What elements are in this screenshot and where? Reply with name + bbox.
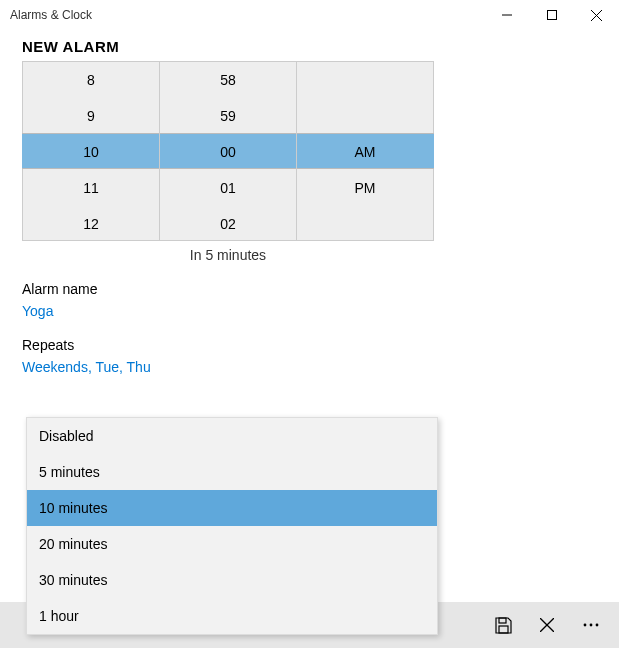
hour-option[interactable]: 8 — [23, 62, 159, 98]
hour-option[interactable]: 11 — [23, 170, 159, 206]
repeats-label: Repeats — [22, 337, 597, 353]
save-button[interactable] — [481, 602, 525, 648]
time-picker[interactable]: 8 9 10 11 12 58 59 00 01 02 — [22, 61, 434, 241]
snooze-option[interactable]: 10 minutes — [27, 490, 437, 526]
time-helper-text: In 5 minutes — [22, 247, 434, 263]
minute-option[interactable]: 00 — [160, 134, 296, 170]
svg-point-8 — [584, 624, 587, 627]
svg-rect-5 — [499, 626, 508, 633]
page-title: NEW ALARM — [22, 38, 597, 55]
ampm-option — [297, 98, 433, 134]
svg-point-9 — [590, 624, 593, 627]
minute-option[interactable]: 02 — [160, 206, 296, 242]
minimize-button[interactable] — [484, 0, 529, 30]
snooze-option[interactable]: 5 minutes — [27, 454, 437, 490]
save-icon — [495, 617, 512, 634]
close-icon — [540, 618, 554, 632]
alarm-name-label: Alarm name — [22, 281, 597, 297]
ampm-picker[interactable]: AM PM — [297, 62, 433, 240]
hour-picker[interactable]: 8 9 10 11 12 — [23, 62, 160, 240]
titlebar: Alarms & Clock — [0, 0, 619, 30]
app-title: Alarms & Clock — [10, 8, 92, 22]
ampm-option — [297, 206, 433, 242]
repeats-value[interactable]: Weekends, Tue, Thu — [22, 359, 597, 375]
main-content: NEW ALARM 8 9 10 11 12 58 59 00 01 02 — [0, 30, 619, 375]
cancel-button[interactable] — [525, 602, 569, 648]
hour-option[interactable]: 10 — [23, 134, 159, 170]
close-window-button[interactable] — [574, 0, 619, 30]
snooze-option[interactable]: 20 minutes — [27, 526, 437, 562]
svg-point-10 — [596, 624, 599, 627]
more-button[interactable] — [569, 602, 613, 648]
svg-rect-4 — [499, 618, 506, 623]
minute-picker[interactable]: 58 59 00 01 02 — [160, 62, 297, 240]
maximize-button[interactable] — [529, 0, 574, 30]
ampm-option[interactable]: AM — [297, 134, 433, 170]
alarm-name-value[interactable]: Yoga — [22, 303, 597, 319]
minute-option[interactable]: 58 — [160, 62, 296, 98]
minute-option[interactable]: 01 — [160, 170, 296, 206]
snooze-option[interactable]: 1 hour — [27, 598, 437, 634]
snooze-option[interactable]: 30 minutes — [27, 562, 437, 598]
ampm-option[interactable]: PM — [297, 170, 433, 206]
ampm-option — [297, 62, 433, 98]
hour-option[interactable]: 12 — [23, 206, 159, 242]
minute-option[interactable]: 59 — [160, 98, 296, 134]
more-icon — [583, 623, 599, 627]
snooze-option[interactable]: Disabled — [27, 418, 437, 454]
svg-rect-1 — [547, 11, 556, 20]
hour-option[interactable]: 9 — [23, 98, 159, 134]
snooze-dropdown[interactable]: Disabled 5 minutes 10 minutes 20 minutes… — [26, 417, 438, 635]
